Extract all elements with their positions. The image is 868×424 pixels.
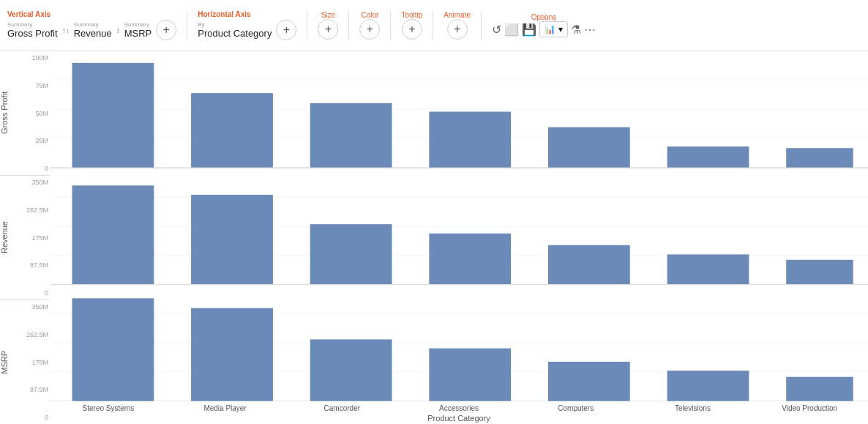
gross-profit-sub: Summary <box>7 21 58 28</box>
horizontal-axis-label: Horizontal Axis <box>198 10 296 18</box>
chart-panel-1 <box>50 51 868 168</box>
chart-svg-1 <box>50 51 868 168</box>
vertical-axis-section: Vertical Axis Summary Gross Profit ↑↓ Su… <box>7 10 176 40</box>
chart-type-button[interactable]: 📊 ▾ <box>539 21 568 37</box>
toolbar: Vertical Axis Summary Gross Profit ↑↓ Su… <box>0 0 868 51</box>
save-button[interactable]: 💾 <box>522 23 536 37</box>
bar-1-5[interactable] <box>548 127 630 168</box>
size-section: Size + <box>318 11 338 40</box>
msrp-main: MSRP <box>124 28 152 39</box>
tooltip-section: Tooltip + <box>401 11 422 40</box>
horizontal-axis-items: By Product Category + <box>198 20 296 40</box>
bar-1-1[interactable] <box>72 63 154 168</box>
bar-1-2[interactable] <box>191 93 273 168</box>
gross-profit-main: Gross Profit <box>7 28 58 39</box>
sort-icon-2: ↕ <box>116 26 120 34</box>
chart-dropdown-icon: ▾ <box>558 24 563 34</box>
y-label-msrp: MSRP <box>0 351 13 374</box>
x-label-computers: Computers <box>517 404 635 412</box>
bar-3-2[interactable] <box>191 308 273 401</box>
animate-section: Animate + <box>444 11 471 40</box>
x-label-televisions: Televisions <box>635 404 752 412</box>
size-add-button[interactable]: + <box>318 19 338 40</box>
x-label-camcorder: Camcorder <box>283 404 400 412</box>
x-label-video-production: Video Production <box>751 404 868 412</box>
chart-svg-3 <box>50 285 868 401</box>
axis-item-msrp: Summary MSRP <box>124 21 152 39</box>
bar-3-6[interactable] <box>667 371 749 401</box>
x-label-media-player: Media Player <box>167 404 284 412</box>
x-axis-area: Stereo Systems Media Player Camcorder Ac… <box>50 401 868 424</box>
bar-1-7[interactable] <box>786 148 853 167</box>
size-label: Size <box>321 11 335 19</box>
color-section: Color + <box>359 11 380 40</box>
sort-icon-1: ↑↓ <box>62 26 70 34</box>
add-horizontal-button[interactable]: + <box>276 20 296 40</box>
frame-button[interactable]: ⬜ <box>504 23 519 37</box>
product-category-main: Product Category <box>198 28 272 39</box>
separator-1 <box>187 11 187 40</box>
y-axis-column: Gross Profit 100M 75M 50M 25M 0 Revenue … <box>0 51 50 424</box>
filter-button[interactable]: ⚗ <box>571 23 581 37</box>
bar-1-4[interactable] <box>429 112 511 168</box>
bar-2-1[interactable] <box>72 185 154 284</box>
separator-5 <box>433 11 433 40</box>
separator-3 <box>348 11 349 40</box>
tooltip-label: Tooltip <box>401 11 422 19</box>
product-category-sub: By <box>198 21 272 28</box>
revenue-sub: Summary <box>74 21 112 28</box>
axis-item-revenue: Summary Revenue <box>74 21 112 39</box>
vertical-axis-label: Vertical Axis <box>7 10 176 18</box>
bar-3-1[interactable] <box>72 299 154 401</box>
animate-label: Animate <box>444 11 471 19</box>
y-ticks-2: 350M 262.5M 175M 87.5M 0 <box>13 176 50 300</box>
separator-2 <box>307 11 307 40</box>
bar-3-3[interactable] <box>310 340 392 401</box>
msrp-sub: Summary <box>124 21 152 28</box>
y-panel-3: MSRP 350M 262.5M 175M 87.5M 0 <box>0 300 50 424</box>
bar-1-6[interactable] <box>667 146 749 168</box>
bar-2-6[interactable] <box>667 254 749 284</box>
axis-item-gross-profit: Summary Gross Profit <box>7 21 58 39</box>
bar-3-5[interactable] <box>548 362 630 401</box>
bar-3-7[interactable] <box>786 377 853 401</box>
y-panel-1: Gross Profit 100M 75M 50M 25M 0 <box>0 51 50 176</box>
bar-2-2[interactable] <box>191 195 273 285</box>
y-label-gross-profit: Gross Profit <box>0 92 13 134</box>
bar-2-5[interactable] <box>548 245 630 284</box>
x-label-accessories: Accessories <box>400 404 517 412</box>
chart-svg-2 <box>50 168 868 285</box>
y-panel-2: Revenue 350M 262.5M 175M 87.5M 0 <box>0 176 50 300</box>
add-vertical-button[interactable]: + <box>156 20 176 40</box>
refresh-button[interactable]: ↺ <box>492 23 501 37</box>
bar-3-4[interactable] <box>429 349 511 401</box>
axis-item-product-category: By Product Category <box>198 21 272 39</box>
y-ticks-1: 100M 75M 50M 25M 0 <box>13 51 50 175</box>
options-section: Options ↺ ⬜ 💾 📊 ▾ ⚗ ⋯ <box>492 13 596 37</box>
vertical-axis-items: Summary Gross Profit ↑↓ Summary Revenue … <box>7 20 176 40</box>
bar-2-3[interactable] <box>310 224 392 285</box>
chart-area: Gross Profit 100M 75M 50M 25M 0 Revenue … <box>0 51 868 424</box>
color-label: Color <box>361 11 378 19</box>
chart-panel-2 <box>50 168 868 286</box>
more-button[interactable]: ⋯ <box>584 23 596 37</box>
x-label-stereo: Stereo Systems <box>50 404 167 412</box>
chart-icon: 📊 <box>545 24 555 34</box>
y-ticks-3: 350M 262.5M 175M 87.5M 0 <box>13 300 50 424</box>
separator-6 <box>481 11 482 40</box>
x-labels-row: Stereo Systems Media Player Camcorder Ac… <box>50 404 868 412</box>
horizontal-axis-section: Horizontal Axis By Product Category + <box>198 10 296 40</box>
chart-panel-3 <box>50 285 868 401</box>
y-label-revenue: Revenue <box>0 221 13 253</box>
color-add-button[interactable]: + <box>359 19 380 40</box>
tooltip-add-button[interactable]: + <box>402 19 422 40</box>
bar-2-4[interactable] <box>429 234 511 285</box>
bar-1-3[interactable] <box>310 103 392 168</box>
animate-add-button[interactable]: + <box>447 19 468 40</box>
charts-column: Stereo Systems Media Player Camcorder Ac… <box>50 51 868 424</box>
options-label: Options <box>531 13 556 21</box>
bar-2-7[interactable] <box>786 259 853 284</box>
separator-4 <box>390 11 391 40</box>
x-axis-title: Product Category <box>427 414 490 423</box>
revenue-main: Revenue <box>74 28 112 39</box>
